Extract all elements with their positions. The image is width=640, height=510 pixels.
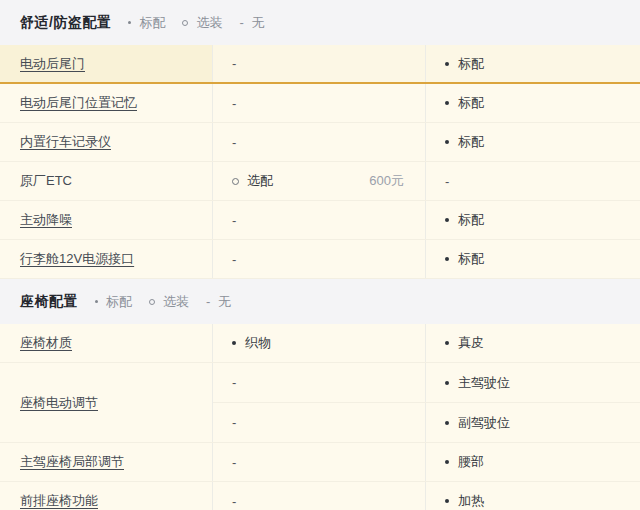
table-row: 主驾座椅局部调节-腰部 [0, 443, 640, 482]
feature-link[interactable]: 内置行车记录仪 [20, 133, 111, 151]
value-cell: - [213, 45, 426, 82]
value-cell: 选配600元 [213, 162, 426, 200]
legend-item-circle: 选装 [149, 293, 189, 311]
table-row: 前排座椅功能-加热 [0, 482, 640, 510]
subrow-group: -主驾驶位-副驾驶位 [213, 363, 640, 442]
section-title: 舒适/防盗配置 [20, 14, 111, 32]
section-header: 座椅配置标配选装-无 [0, 279, 640, 324]
standard-dot-marker [445, 460, 449, 464]
feature-label-cell: 电动后尾门 [0, 45, 213, 82]
optional-circle-marker [149, 299, 155, 305]
dash-none-marker: - [232, 135, 236, 150]
standard-dot-marker [445, 101, 449, 105]
value-text: 织物 [245, 334, 271, 352]
feature-label-cell: 原厂ETC [0, 162, 213, 200]
value-cell: - [213, 482, 426, 510]
legend-label: 无 [218, 293, 231, 311]
value-text: 腰部 [458, 453, 484, 471]
table-row: 行李舱12V电源接口-标配 [0, 240, 640, 279]
legend-item-dot: 标配 [128, 14, 165, 32]
value-cell: 标配 [426, 201, 640, 239]
feature-link[interactable]: 行李舱12V电源接口 [20, 250, 134, 268]
table-row: 内置行车记录仪-标配 [0, 123, 640, 162]
option-price: 600元 [369, 172, 425, 190]
table-row: 电动后尾门-标配 [0, 45, 640, 84]
value-text: 标配 [458, 94, 484, 112]
legend-item-dash: -无 [206, 293, 231, 311]
dash-none-marker: - [206, 294, 210, 309]
standard-dot-marker [445, 257, 449, 261]
legend: 标配选装-无 [95, 293, 248, 311]
value-cell: - [426, 162, 640, 200]
feature-label-cell: 主驾座椅局部调节 [0, 443, 213, 481]
table-row: 主动降噪-标配 [0, 201, 640, 240]
standard-dot-marker [445, 62, 449, 66]
value-text: 副驾驶位 [458, 414, 510, 432]
value-cell: - [213, 201, 426, 239]
feature-label-cell: 行李舱12V电源接口 [0, 240, 213, 278]
value-cell: 标配 [426, 123, 640, 161]
table-row: 座椅电动调节-主驾驶位-副驾驶位 [0, 363, 640, 443]
dash-none-marker: - [232, 494, 236, 509]
standard-dot-marker [445, 421, 449, 425]
feature-link[interactable]: 主驾座椅局部调节 [20, 453, 124, 471]
value-cell: - [213, 443, 426, 481]
value-text: 标配 [458, 250, 484, 268]
value-cell: - [213, 363, 426, 402]
feature-label-cell: 座椅材质 [0, 324, 213, 362]
legend-item-dot: 标配 [95, 293, 132, 311]
legend-label: 标配 [106, 293, 132, 311]
feature-link[interactable]: 座椅电动调节 [20, 394, 98, 412]
section-header: 舒适/防盗配置标配选装-无 [0, 0, 640, 45]
value-cell: 真皮 [426, 324, 640, 362]
table-row: 座椅材质织物真皮 [0, 324, 640, 363]
dash-none-marker: - [232, 56, 236, 71]
legend-item-dash: -无 [239, 14, 264, 32]
feature-label-cell: 前排座椅功能 [0, 482, 213, 510]
value-cell: - [213, 240, 426, 278]
value-cell: 主驾驶位 [426, 363, 640, 402]
value-cell: 标配 [426, 84, 640, 122]
value-cell: 副驾驶位 [426, 403, 640, 442]
standard-dot-marker [232, 341, 236, 345]
table-row: 电动后尾门位置记忆-标配 [0, 84, 640, 123]
feature-label-cell: 主动降噪 [0, 201, 213, 239]
legend-label: 无 [252, 14, 265, 32]
feature-label: 原厂ETC [20, 172, 72, 190]
legend-item-circle: 选装 [182, 14, 222, 32]
value-cell: - [213, 123, 426, 161]
value-cell: 腰部 [426, 443, 640, 481]
value-cell: 加热 [426, 482, 640, 510]
value-cell: 标配 [426, 240, 640, 278]
dash-none-marker: - [232, 252, 236, 267]
dash-none-marker: - [232, 96, 236, 111]
value-text: 标配 [458, 55, 484, 73]
legend: 标配选装-无 [128, 14, 281, 32]
value-text: 加热 [458, 492, 484, 510]
dash-none-marker: - [232, 455, 236, 470]
dash-none-marker: - [445, 174, 449, 189]
value-cell: - [213, 84, 426, 122]
standard-dot-marker [445, 140, 449, 144]
feature-label-cell: 座椅电动调节 [0, 363, 213, 442]
feature-link[interactable]: 电动后尾门 [20, 55, 85, 73]
feature-link[interactable]: 电动后尾门位置记忆 [20, 94, 137, 112]
standard-dot-marker [445, 499, 449, 503]
value-cell: 标配 [426, 45, 640, 82]
value-cell: 织物 [213, 324, 426, 362]
feature-label-cell: 内置行车记录仪 [0, 123, 213, 161]
standard-dot-marker [445, 341, 449, 345]
standard-dot-marker [445, 218, 449, 222]
standard-dot-marker [128, 21, 131, 24]
feature-link[interactable]: 前排座椅功能 [20, 492, 98, 510]
dash-none-marker: - [239, 15, 243, 30]
feature-link[interactable]: 座椅材质 [20, 334, 72, 352]
value-text: 真皮 [458, 334, 484, 352]
value-text: 标配 [458, 211, 484, 229]
value-cell: - [213, 403, 426, 442]
optional-circle-marker [182, 20, 188, 26]
dash-none-marker: - [232, 375, 236, 390]
value-text: 选配 [247, 172, 273, 190]
feature-link[interactable]: 主动降噪 [20, 211, 72, 229]
legend-label: 选装 [196, 14, 222, 32]
